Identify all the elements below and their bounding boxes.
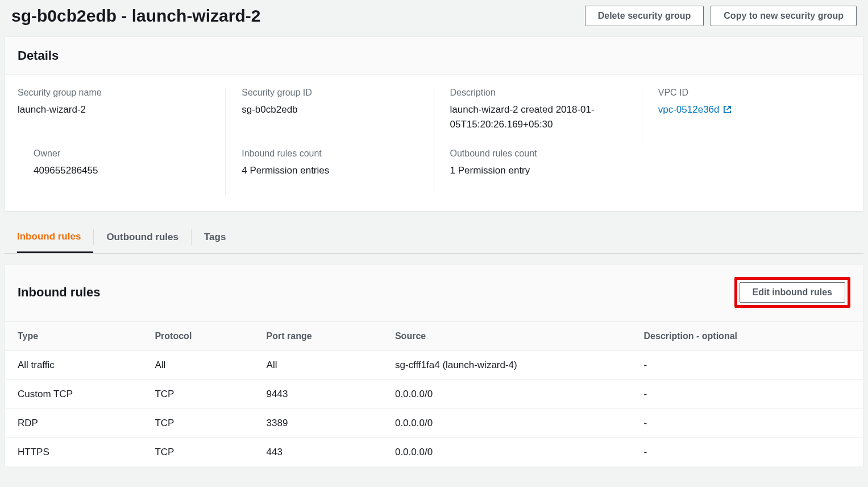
details-panel: Details Security group name launch-wizar…: [5, 36, 863, 212]
vpc-link-text: vpc-0512e36d: [658, 102, 720, 117]
cell-source: 0.0.0.0/0: [383, 379, 632, 408]
cell-source: sg-cfff1fa4 (launch-wizard-4): [383, 350, 632, 379]
delete-security-group-button[interactable]: Delete security group: [585, 6, 704, 26]
col-description: Description - optional: [632, 322, 863, 351]
detail-value-description: launch-wizard-2 created 2018-01-05T15:20…: [450, 102, 630, 131]
detail-value-sg-name: launch-wizard-2: [18, 102, 214, 117]
edit-inbound-rules-button[interactable]: Edit inbound rules: [740, 282, 845, 303]
external-link-icon: [723, 105, 732, 114]
detail-label: Description: [450, 88, 630, 98]
cell-desc: -: [632, 408, 863, 438]
detail-value-sg-id: sg-b0cb2edb: [242, 102, 422, 117]
tab-tags[interactable]: Tags: [204, 221, 238, 252]
cell-desc: -: [632, 438, 863, 467]
cell-source: 0.0.0.0/0: [383, 408, 632, 438]
col-port: Port range: [254, 322, 383, 351]
cell-desc: -: [632, 379, 863, 408]
cell-protocol: All: [142, 350, 254, 379]
tab-separator: [93, 229, 94, 245]
tabs: Inbound rules Outbound rules Tags: [5, 221, 863, 254]
detail-label: Inbound rules count: [242, 148, 422, 159]
cell-source: 0.0.0.0/0: [383, 438, 632, 467]
table-row: Custom TCPTCP94430.0.0.0/0-: [5, 379, 863, 408]
cell-port: 443: [254, 438, 383, 467]
tab-inbound-rules[interactable]: Inbound rules: [17, 221, 93, 253]
page-header: sg-b0cb2edb - launch-wizard-2 Delete sec…: [0, 0, 868, 36]
col-source: Source: [383, 322, 632, 351]
edit-inbound-highlight: Edit inbound rules: [734, 277, 850, 308]
cell-protocol: TCP: [142, 379, 254, 408]
detail-value-inbound-count: 4 Permission entries: [242, 163, 422, 178]
tab-separator: [191, 229, 192, 245]
detail-label: Security group name: [18, 88, 214, 98]
cell-port: All: [254, 350, 383, 379]
vpc-link[interactable]: vpc-0512e36d: [658, 102, 732, 117]
page-title: sg-b0cb2edb - launch-wizard-2: [11, 6, 260, 26]
col-type: Type: [5, 322, 142, 351]
cell-protocol: TCP: [142, 408, 254, 438]
detail-label: Owner: [34, 148, 214, 159]
cell-type: Custom TCP: [5, 379, 142, 408]
detail-label: VPC ID: [658, 88, 839, 98]
detail-label: Security group ID: [242, 88, 422, 98]
table-row: All trafficAllAllsg-cfff1fa4 (launch-wiz…: [5, 350, 863, 379]
cell-desc: -: [632, 350, 863, 379]
inbound-rules-panel: Inbound rules Edit inbound rules Type Pr…: [5, 264, 863, 467]
detail-value-outbound-count: 1 Permission entry: [450, 163, 631, 178]
cell-port: 9443: [254, 379, 383, 408]
copy-security-group-button[interactable]: Copy to new security group: [711, 6, 857, 26]
cell-type: HTTPS: [5, 438, 142, 467]
inbound-rules-table: Type Protocol Port range Source Descript…: [5, 322, 863, 467]
table-row: HTTPSTCP4430.0.0.0/0-: [5, 438, 863, 467]
inbound-rules-title: Inbound rules: [18, 285, 100, 300]
detail-value-owner: 409655286455: [34, 163, 214, 178]
col-protocol: Protocol: [142, 322, 254, 351]
cell-type: All traffic: [5, 350, 142, 379]
details-title: Details: [18, 48, 850, 63]
detail-label: Outbound rules count: [450, 148, 631, 159]
table-row: RDPTCP33890.0.0.0/0-: [5, 408, 863, 438]
tab-outbound-rules[interactable]: Outbound rules: [106, 221, 191, 252]
cell-type: RDP: [5, 408, 142, 438]
cell-protocol: TCP: [142, 438, 254, 467]
cell-port: 3389: [254, 408, 383, 438]
